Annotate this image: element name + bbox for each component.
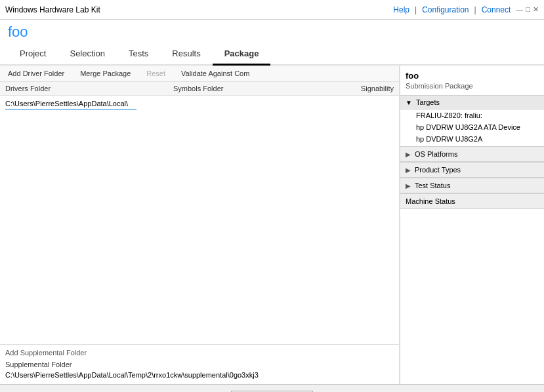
merge-package-button[interactable]: Merge Package bbox=[77, 68, 133, 79]
tab-package[interactable]: Package bbox=[213, 43, 271, 66]
target-item-0: FRALIU-Z820: fraliu: bbox=[400, 109, 544, 121]
target-item-1: hp DVDRW UJ8G2A ATA Device bbox=[400, 121, 544, 133]
machine-status-label: Machine Status bbox=[406, 197, 455, 205]
tab-project[interactable]: Project bbox=[8, 43, 58, 66]
test-status-header[interactable]: ▶ Test Status bbox=[400, 178, 544, 193]
tab-results[interactable]: Results bbox=[160, 43, 212, 66]
title-bar: Windows Hardware Lab Kit Help | Configur… bbox=[0, 0, 544, 20]
targets-header[interactable]: ▼ Targets bbox=[400, 95, 544, 109]
help-link[interactable]: Help bbox=[393, 5, 409, 14]
toolbar: Add Driver Folder Merge Package Reset Va… bbox=[0, 66, 399, 82]
window-controls: — □ ✕ bbox=[516, 5, 539, 14]
sep1: | bbox=[415, 5, 417, 14]
machine-status-header[interactable]: Machine Status bbox=[400, 193, 544, 209]
validate-button[interactable]: Validate Against Com bbox=[178, 68, 252, 79]
signability-header: Signability bbox=[341, 85, 394, 92]
product-types-label: Product Types bbox=[415, 166, 461, 174]
right-panel: foo Submission Package ▼ Targets FRALIU-… bbox=[400, 66, 544, 384]
supplemental-section: Add Supplemental Folder Supplemental Fol… bbox=[0, 344, 399, 384]
os-platforms-header[interactable]: ▶ OS Platforms bbox=[400, 146, 544, 162]
drivers-folder-header: Drivers Folder bbox=[5, 85, 173, 92]
target-item-2: hp DVDRW UJ8G2A bbox=[400, 133, 544, 145]
add-driver-folder-button[interactable]: Add Driver Folder bbox=[5, 68, 67, 79]
targets-arrow: ▼ bbox=[406, 99, 412, 106]
left-panel: Add Driver Folder Merge Package Reset Va… bbox=[0, 66, 400, 384]
close-button[interactable]: ✕ bbox=[533, 5, 539, 14]
symbols-folder-header: Symbols Folder bbox=[173, 85, 341, 92]
os-platforms-arrow: ▶ bbox=[406, 151, 411, 158]
folder-content: C:\Users\PierreSettles\AppData\Local\ bbox=[0, 96, 399, 344]
os-platforms-label: OS Platforms bbox=[415, 150, 457, 158]
minimize-button[interactable]: — bbox=[516, 5, 523, 14]
bottom-bar: Create Package bbox=[0, 384, 544, 392]
nav-tabs: Project Selection Tests Results Package bbox=[0, 43, 544, 66]
configuration-link[interactable]: Configuration bbox=[422, 5, 469, 14]
right-panel-title: foo bbox=[400, 71, 544, 82]
targets-section: ▼ Targets FRALIU-Z820: fraliu: hp DVDRW … bbox=[400, 95, 544, 145]
add-supplemental-folder-button[interactable]: Add Supplemental Folder bbox=[5, 349, 394, 357]
app-name: foo bbox=[0, 20, 544, 43]
product-types-header[interactable]: ▶ Product Types bbox=[400, 162, 544, 178]
test-status-label: Test Status bbox=[415, 182, 450, 189]
tab-tests[interactable]: Tests bbox=[117, 43, 160, 66]
sep2: | bbox=[474, 5, 476, 14]
main-content: Add Driver Folder Merge Package Reset Va… bbox=[0, 66, 544, 384]
supplemental-folder-label: Supplemental Folder bbox=[5, 359, 394, 370]
tab-selection[interactable]: Selection bbox=[58, 43, 116, 66]
connect-link[interactable]: Connect bbox=[482, 5, 511, 14]
folder-headers: Drivers Folder Symbols Folder Signabilit… bbox=[0, 82, 399, 96]
test-status-arrow: ▶ bbox=[406, 182, 411, 189]
product-types-arrow: ▶ bbox=[406, 167, 411, 174]
title-bar-right: Help | Configuration | Connect — □ ✕ bbox=[393, 5, 539, 14]
supplemental-path: C:\Users\PierreSettles\AppData\Local\Tem… bbox=[5, 370, 394, 380]
reset-button[interactable]: Reset bbox=[144, 68, 168, 79]
app-title-text: Windows Hardware Lab Kit bbox=[5, 5, 100, 14]
targets-label: Targets bbox=[416, 98, 440, 106]
drivers-path: C:\Users\PierreSettles\AppData\Local\ bbox=[5, 98, 136, 109]
right-panel-subtitle: Submission Package bbox=[400, 82, 544, 95]
restore-button[interactable]: □ bbox=[526, 5, 530, 14]
